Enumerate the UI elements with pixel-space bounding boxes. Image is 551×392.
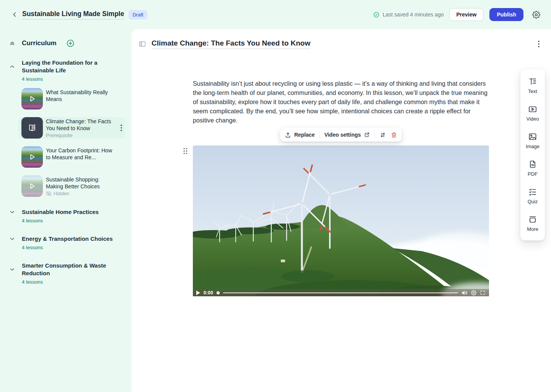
- toggle-sidebar-button[interactable]: [139, 40, 146, 48]
- video-settings-button[interactable]: Video settings: [324, 132, 370, 138]
- last-saved-status: Last saved 4 minutes ago: [373, 11, 444, 18]
- lesson-list: What Sustainability Really Means Climate…: [0, 88, 132, 197]
- video-frame[interactable]: [193, 145, 489, 296]
- curriculum-section: Energy & Transportation Choices 4 lesson…: [0, 235, 132, 250]
- wind-farm-still: [193, 145, 489, 296]
- add-text-block[interactable]: Text: [528, 77, 537, 94]
- palette-label: PDF: [528, 171, 538, 177]
- play-icon: [28, 95, 36, 103]
- lesson-menu-button[interactable]: [120, 123, 123, 133]
- image-block-icon: [528, 132, 537, 141]
- video-block: Replace Video settings: [193, 128, 489, 296]
- video-player: 0:00: [193, 145, 489, 296]
- add-quiz-block[interactable]: Quiz: [528, 187, 538, 204]
- fullscreen-icon: [480, 290, 486, 296]
- text-block-icon: [528, 77, 537, 86]
- section-title: Laying the Foundation for a Sustainable …: [22, 59, 116, 74]
- section-toggle[interactable]: Laying the Foundation for a Sustainable …: [0, 59, 132, 74]
- settings-button[interactable]: [530, 9, 542, 20]
- curriculum-section: Laying the Foundation for a Sustainable …: [0, 59, 132, 197]
- section-lesson-count: 4 lessons: [22, 218, 132, 224]
- lesson-item[interactable]: Your Carbon Footprint: How to Measure an…: [18, 146, 125, 168]
- page-title[interactable]: Climate Change: The Facts You Need to Kn…: [152, 39, 310, 49]
- volume-icon: [461, 290, 468, 296]
- curriculum-sidebar: Curriculum Laying the Foundation for a S…: [0, 29, 132, 392]
- block-palette: Text Video Image PDF Quiz More: [520, 69, 545, 240]
- section-toggle[interactable]: Smarter Consumption & Waste Reduction: [0, 262, 132, 277]
- fullscreen-button[interactable]: [480, 290, 486, 296]
- lesson-title: Sustainable Shopping: Making Better Choi…: [46, 176, 116, 190]
- progress-track[interactable]: [223, 292, 458, 293]
- player-settings-button[interactable]: [471, 290, 476, 296]
- more-blocks-icon: [528, 215, 537, 224]
- curriculum-title: Curriculum: [22, 39, 57, 47]
- section-title: Smarter Consumption & Waste Reduction: [22, 262, 116, 277]
- intro-paragraph[interactable]: Sustainability isn’t just about recyclin…: [193, 79, 489, 125]
- upload-icon: [285, 132, 291, 138]
- video-settings-label: Video settings: [324, 132, 361, 138]
- reading-lesson-tile: [21, 117, 43, 139]
- collapse-all-button[interactable]: [9, 40, 15, 46]
- palette-label: Text: [528, 88, 537, 94]
- lesson-badge: Prerequisite: [46, 132, 116, 138]
- section-toggle[interactable]: Sustainable Home Practices: [0, 208, 132, 216]
- play-icon: [28, 153, 36, 161]
- trash-icon: [391, 132, 397, 138]
- lesson-title: Your Carbon Footprint: How to Measure an…: [46, 147, 116, 161]
- palette-label: Image: [526, 144, 540, 149]
- section-title: Energy & Transportation Choices: [22, 235, 113, 243]
- lesson-item[interactable]: What Sustainability Really Means: [18, 88, 125, 109]
- preview-button[interactable]: Preview: [449, 8, 484, 21]
- drag-handle-icon[interactable]: [183, 148, 187, 154]
- lesson-header: Climate Change: The Facts You Need to Kn…: [132, 29, 551, 49]
- back-button[interactable]: [9, 9, 20, 20]
- lesson-title: What Sustainability Really Means: [46, 89, 116, 103]
- replace-video-button[interactable]: Replace: [285, 132, 315, 138]
- scrubber-handle[interactable]: [217, 291, 220, 294]
- double-chevron-up-icon: [9, 40, 15, 46]
- panel-left-icon: [139, 40, 146, 48]
- chevron-down-icon: [9, 266, 15, 273]
- video-thumbnail: [21, 175, 43, 197]
- external-link-icon: [364, 132, 370, 138]
- delete-block-button[interactable]: [391, 132, 397, 138]
- play-button[interactable]: [196, 291, 200, 295]
- section-lesson-count: 4 lessons: [22, 279, 132, 285]
- eye-off-icon: [46, 191, 52, 196]
- palette-label: Video: [526, 116, 539, 122]
- lesson-badge-text: Hidden: [54, 191, 69, 196]
- video-block-icon: [528, 105, 537, 114]
- lesson-options-button[interactable]: [536, 39, 542, 49]
- kebab-menu-icon: [121, 124, 122, 131]
- volume-button[interactable]: [461, 290, 468, 296]
- course-title[interactable]: Sustainable Living Made Simple: [22, 10, 124, 20]
- video-thumbnail: [21, 88, 43, 109]
- section-title: Sustainable Home Practices: [22, 208, 99, 216]
- kebab-menu-icon: [538, 41, 540, 47]
- play-icon: [196, 291, 200, 295]
- publish-button[interactable]: Publish: [489, 8, 523, 21]
- toolbar-divider: [375, 131, 375, 139]
- section-toggle[interactable]: Energy & Transportation Choices: [0, 235, 132, 243]
- replace-label: Replace: [294, 132, 315, 138]
- add-image-block[interactable]: Image: [526, 132, 540, 149]
- add-video-block[interactable]: Video: [526, 105, 539, 122]
- play-icon: [28, 182, 36, 190]
- lesson-item-selected[interactable]: Climate Change: The Facts You Need to Kn…: [18, 117, 125, 139]
- reorder-block-button[interactable]: [380, 132, 386, 138]
- quiz-block-icon: [528, 187, 537, 196]
- lesson-content: Sustainability isn’t just about recyclin…: [132, 79, 551, 296]
- last-saved-text: Last saved 4 minutes ago: [383, 11, 444, 18]
- toolbar-divider: [320, 131, 320, 139]
- add-section-button[interactable]: [66, 39, 75, 47]
- section-lesson-count: 4 lessons: [22, 76, 132, 82]
- more-blocks-button[interactable]: More: [527, 215, 538, 232]
- add-pdf-block[interactable]: PDF: [528, 160, 538, 177]
- chevron-left-icon: [11, 11, 18, 18]
- lesson-item-hidden[interactable]: Sustainable Shopping: Making Better Choi…: [18, 175, 125, 197]
- lesson-hidden-badge: Hidden: [46, 191, 116, 196]
- gear-icon: [532, 11, 540, 19]
- chevron-up-icon: [9, 64, 15, 70]
- check-circle-icon: [373, 11, 380, 18]
- curriculum-section: Sustainable Home Practices 4 lessons: [0, 208, 132, 224]
